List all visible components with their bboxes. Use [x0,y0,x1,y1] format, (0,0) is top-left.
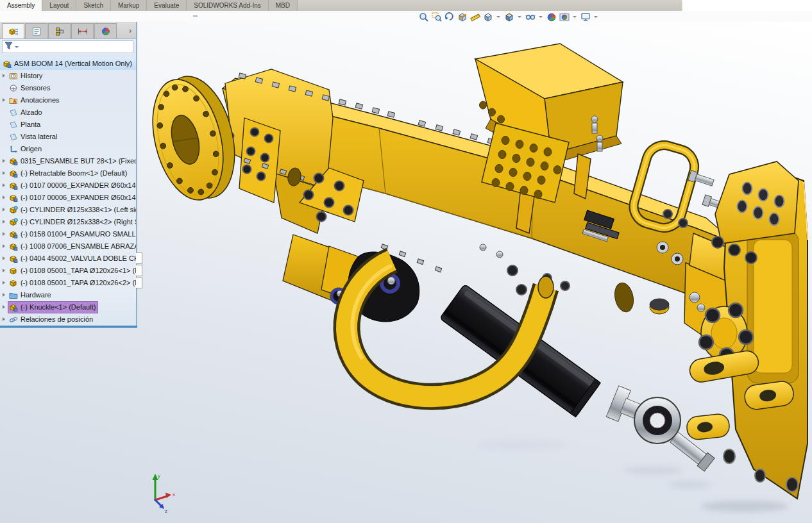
expand-arrow-icon[interactable] [0,206,8,214]
tree-item[interactable]: (-) 1008 07006_ENSAMBLE ABRAZADERA DE [0,240,136,253]
tree-item-body[interactable]: (-) 0107 00006_EXPANDER Ø60x145<4> (Prec [8,192,136,203]
tree-item-body[interactable]: (-) 0108 05001_TAPA Ø120x26<2> (Predeter… [8,278,136,288]
tree-item-body[interactable]: (-) 0107 00006_EXPANDER Ø60x145<5> (Prec [8,180,136,191]
tree-item-body[interactable]: (-) CYLINDER Ø125x338<1> (Left side) [8,204,136,215]
tree-item[interactable]: (-) CYLINDER Ø125x338<1> (Left side) [0,204,136,216]
panel-splitter[interactable] [0,326,137,328]
expand-arrow-icon[interactable] [0,254,8,263]
previous-view-icon[interactable] [444,12,455,22]
expand-arrow-icon[interactable] [0,279,8,287]
tree-item-body[interactable]: (-) 1008 07006_ENSAMBLE ABRAZADERA DE [8,241,136,252]
tree-item[interactable]: (-) 0158 01004_PASAMURO SMALL BOLTER E [0,228,136,240]
expand-arrow-icon[interactable] [0,230,8,238]
command-tab-evaluate[interactable]: Evaluate [147,0,187,11]
command-tab-layout[interactable]: Layout [42,0,76,11]
zoom-to-area-icon[interactable] [431,12,442,22]
command-tab-sketch[interactable]: Sketch [76,0,111,11]
tree-item-body[interactable]: Origen [8,144,44,154]
dimxpertmanager-tab[interactable] [71,23,94,38]
tree-item-body[interactable]: Relaciones de posición [8,314,95,324]
knuckle-assembly[interactable] [684,162,808,499]
tree-item[interactable]: (-) CYLINDER Ø125x338<2> (Right Side) [0,216,136,228]
tree-item-body[interactable]: (-) 0108 05001_TAPA Ø120x26<1> (Predeter… [8,265,136,276]
rod-end-eye[interactable] [634,397,681,444]
part-icon [9,279,19,288]
section-view-icon[interactable] [457,12,468,22]
command-tab-markup[interactable]: Markup [111,0,147,11]
tree-item-body[interactable]: 0315_ENSAMBLE BUT 28<1> (Fixed) [8,156,136,167]
tree-item[interactable]: Alzado [0,106,136,119]
edit-appearance-icon[interactable] [546,12,557,22]
expand-arrow-icon[interactable] [0,218,8,226]
tree-item[interactable]: Vista lateral [0,131,136,143]
tree-item-body[interactable]: (-) 0158 01004_PASAMURO SMALL BOLTER E [8,229,136,240]
tree-item-body[interactable]: History [8,71,44,81]
panel-collapse-handle[interactable] [193,15,198,17]
tree-item-body[interactable]: Hardware [8,290,53,301]
tree-item-body[interactable]: Alzado [8,107,44,118]
expand-arrow-icon[interactable] [0,96,8,104]
view-settings-icon-caret[interactable] [594,16,598,18]
expand-arrow-icon[interactable] [0,315,8,324]
hide-show-items-icon[interactable] [525,12,536,22]
featuremanager-design-tree-tab[interactable] [2,23,24,38]
view-orientation-icon[interactable] [503,12,514,22]
filter-caret-icon[interactable] [15,46,19,48]
tree-item-body[interactable]: Vista lateral [8,131,59,142]
tree-item-body[interactable]: (-) 0404 45002_VALVULA DOBLE CHECK-COM [8,253,136,264]
tree-item-body[interactable]: Sensores [8,83,52,94]
configurationmanager-tab[interactable] [48,23,71,38]
tree-item-body[interactable]: (-) CYLINDER Ø125x338<2> (Right Side) [8,217,136,228]
tree-item-root[interactable]: ASM BOOM 14 (Vertical Motion Only) [0,58,136,70]
expand-arrow-icon[interactable] [0,291,8,299]
expand-arrow-icon[interactable] [0,181,8,190]
filter-input[interactable] [20,43,131,51]
command-tab-solidworks-add-ins[interactable]: SOLIDWORKS Add-Ins [187,0,268,11]
apply-scene-icon[interactable] [559,12,570,22]
propertymanager-tab[interactable] [25,23,47,38]
command-tab-assembly[interactable]: Assembly [0,0,42,11]
tree-item[interactable]: Anotaciones [0,94,136,106]
expand-arrow-icon[interactable] [0,169,8,178]
tree-item-body[interactable]: (-) Retractable Boom<1> (Default) [8,168,129,179]
tree-item[interactable]: (-) 0108 05001_TAPA Ø120x26<1> (Predeter… [0,265,136,277]
expand-arrow-icon[interactable] [0,267,8,275]
apply-scene-icon-caret[interactable] [573,16,577,18]
tree-item[interactable]: History [0,70,136,82]
tree-item[interactable]: (-) 0107 00006_EXPANDER Ø60x145<4> (Prec [0,192,136,204]
expand-arrow-icon[interactable] [0,157,8,165]
tree-item[interactable]: Hardware [0,289,136,301]
tree-item[interactable]: (-) 0107 00006_EXPANDER Ø60x145<5> (Prec [0,179,136,192]
zoom-to-fit-icon[interactable] [418,12,429,22]
tree-item[interactable]: Planta [0,119,136,131]
view-settings-icon[interactable] [580,12,591,22]
tree-item[interactable]: (-) 0108 05001_TAPA Ø120x26<2> (Predeter… [0,277,136,289]
tree-item-body[interactable]: Planta [8,119,42,130]
display-style-icon[interactable] [482,12,493,22]
tree-item[interactable]: Relaciones de posición [0,313,136,324]
tree-item[interactable]: 0315_ENSAMBLE BUT 28<1> (Fixed) [0,155,136,167]
command-tab-mbd[interactable]: MBD [269,0,298,11]
3d-model-asm-boom-14[interactable]: x y z [137,22,812,523]
expand-arrow-icon[interactable] [0,194,8,202]
measure-icon[interactable] [469,12,480,22]
tree-item-label: (-) 0107 00006_EXPANDER Ø60x145<4> (Prec [21,192,136,203]
displaymanager-tab[interactable] [94,23,117,38]
hide-show-items-icon-caret[interactable] [539,16,543,18]
tree-item[interactable]: (-) Knuckle<1> (Default) [0,301,136,313]
view-orientation-icon-caret[interactable] [518,16,521,18]
tree-item-body[interactable]: Anotaciones [8,95,62,106]
tree-item[interactable]: Sensores [0,82,136,94]
display-style-icon-caret[interactable] [496,16,500,18]
tree-item[interactable]: (-) Retractable Boom<1> (Default) [0,167,136,179]
filter-funnel-icon [4,41,13,53]
tree-item-body[interactable]: (-) Knuckle<1> (Default) [8,302,97,313]
tree-item[interactable]: Origen [0,143,136,155]
expand-arrow-icon[interactable] [0,242,8,251]
expand-arrow-icon[interactable] [0,303,8,311]
panel-tabs-overflow-chevron[interactable]: › [124,23,136,38]
expand-arrow-icon[interactable] [0,72,8,80]
tree-filter-box[interactable] [2,40,133,53]
tree-item[interactable]: (-) 0404 45002_VALVULA DOBLE CHECK-COM [0,253,136,265]
tree-item-body[interactable]: ASM BOOM 14 (Vertical Motion Only) [2,58,134,69]
